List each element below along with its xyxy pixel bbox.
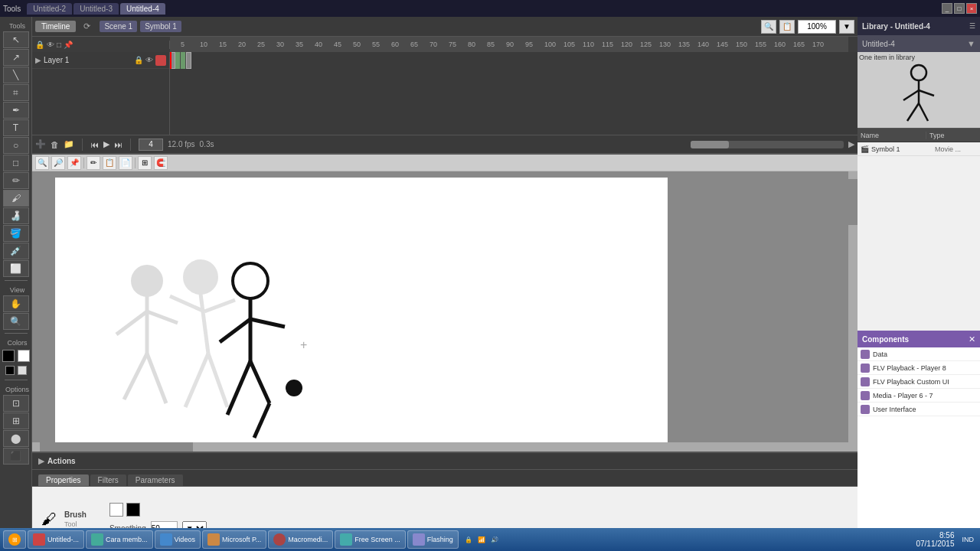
zoom-icon-btn2[interactable]: 📋 xyxy=(779,20,795,34)
brush-stroke-color[interactable] xyxy=(109,503,123,517)
taskbar-flashing[interactable]: Flashing xyxy=(407,530,459,549)
taskbar-macromedia[interactable]: Macromedi... xyxy=(268,530,333,549)
tab-properties[interactable]: Properties xyxy=(38,474,89,486)
layer-eye-icon[interactable]: 👁 xyxy=(145,56,153,64)
timeline-tab[interactable]: Timeline xyxy=(35,21,76,32)
brush-tool-icon[interactable]: 🖌 xyxy=(41,510,57,528)
frame-cell-4[interactable] xyxy=(186,52,191,69)
brush-fill-color[interactable] xyxy=(126,503,140,517)
stage-snap[interactable]: 🧲 xyxy=(154,156,168,170)
delete-layer-button[interactable]: 🗑 xyxy=(51,140,59,149)
eraser-tool[interactable]: ⬜ xyxy=(3,260,29,277)
hand-tool[interactable]: ✋ xyxy=(3,295,29,312)
layer-expand-icon[interactable]: ▶ xyxy=(35,56,41,64)
pin-icon[interactable]: 📌 xyxy=(64,41,73,49)
tab-parameters[interactable]: Parameters xyxy=(128,474,183,486)
lasso-tool[interactable]: ⌗ xyxy=(3,84,29,101)
add-layer-button[interactable]: ➕ xyxy=(35,139,46,149)
line-tool[interactable]: ╲ xyxy=(3,67,29,83)
library-dropdown[interactable]: Untitled-4 ▼ xyxy=(858,35,980,52)
start-button[interactable]: ⊞ xyxy=(3,530,26,549)
eye-icon[interactable]: 👁 xyxy=(47,41,54,49)
stroke-color[interactable] xyxy=(2,350,15,362)
systray-icon-2[interactable]: 📶 xyxy=(476,534,487,545)
eyedropper-tool[interactable]: 💉 xyxy=(3,243,29,259)
taskbar-microsoft[interactable]: Microsoft P... xyxy=(202,530,266,549)
refresh-icon[interactable]: ⟳ xyxy=(83,21,90,31)
frame-panel[interactable] xyxy=(170,52,848,135)
swap-colors-icon[interactable] xyxy=(18,366,27,375)
lib-dropdown-arrow[interactable]: ▼ xyxy=(967,39,975,48)
white-canvas: + xyxy=(55,178,668,452)
canvas-vscroll[interactable] xyxy=(848,171,858,452)
comp-item-flv8[interactable]: FLV Playback - Player 8 xyxy=(858,361,980,375)
options-btn-3[interactable]: ⬤ xyxy=(3,430,29,447)
add-folder-button[interactable]: 📁 xyxy=(64,139,74,149)
taskbar-untitled[interactable]: Untitled-... xyxy=(28,530,84,549)
systray-icon-1[interactable]: 🔒 xyxy=(463,534,474,545)
systray-icon-3[interactable]: 🔊 xyxy=(489,534,500,545)
tools-menu[interactable]: Tools xyxy=(3,5,21,13)
arrow-tool[interactable]: ↖ xyxy=(3,31,29,48)
brush-tool[interactable]: 🖌 xyxy=(3,190,29,207)
text-tool[interactable]: T xyxy=(3,119,29,136)
taskbar-free-screen[interactable]: Free Screen ... xyxy=(335,530,406,549)
fill-color[interactable] xyxy=(18,350,30,362)
actions-collapse-icon[interactable]: ▶ xyxy=(38,456,44,466)
outline-icon[interactable]: □ xyxy=(57,41,61,49)
lock-icon[interactable]: 🔒 xyxy=(35,41,44,49)
taskbar-cara-memb[interactable]: Cara memb... xyxy=(86,530,153,549)
stage-pin[interactable]: 📌 xyxy=(67,156,81,170)
taskbar-videos[interactable]: Videos xyxy=(155,530,201,549)
paint-bucket-tool[interactable]: 🪣 xyxy=(3,225,29,242)
stage-copy[interactable]: 📋 xyxy=(103,156,116,170)
frame-panel-scrollbar[interactable] xyxy=(848,52,858,135)
scroll-right-icon[interactable]: ▶ xyxy=(848,139,854,149)
close-button[interactable]: × xyxy=(966,3,977,14)
components-close-button[interactable]: ✕ xyxy=(969,334,975,344)
comp-item-ui[interactable]: User Interface xyxy=(858,403,980,416)
ink-bottle-tool[interactable]: 🍶 xyxy=(3,207,29,224)
stage-align[interactable]: ⊞ xyxy=(138,156,152,170)
zoom-dropdown[interactable]: ▼ xyxy=(839,20,854,34)
maximize-button[interactable]: □ xyxy=(954,3,965,14)
lib-menu-icon[interactable]: ☰ xyxy=(969,22,975,30)
frame-cell-3[interactable] xyxy=(181,52,186,69)
subselect-tool[interactable]: ↗ xyxy=(3,49,29,66)
prev-frame-button[interactable]: ⏮ xyxy=(90,140,99,149)
zoom-icon-btn[interactable]: 🔍 xyxy=(761,20,776,34)
comp-item-data[interactable]: Data xyxy=(858,347,980,361)
stage-zoom-out[interactable]: 🔎 xyxy=(51,156,65,170)
zoom-tool[interactable]: 🔍 xyxy=(3,313,29,330)
scene-breadcrumb[interactable]: Scene 1 xyxy=(100,21,137,32)
pen-tool[interactable]: ✒ xyxy=(3,102,29,119)
zoom-input[interactable]: 100% xyxy=(798,20,836,34)
pencil-tool[interactable]: ✏ xyxy=(3,172,29,189)
layer-row-1[interactable]: ▶ Layer 1 🔒 👁 xyxy=(32,52,169,69)
options-btn-1[interactable]: ⊡ xyxy=(3,395,29,412)
frame-number-input[interactable]: 4 xyxy=(139,139,163,151)
rect-tool[interactable]: □ xyxy=(3,155,29,171)
stage-paste[interactable]: 📄 xyxy=(119,156,132,170)
canvas-hscroll[interactable] xyxy=(32,442,848,452)
layer-lock-icon[interactable]: 🔒 xyxy=(134,56,143,64)
lib-item-symbol1[interactable]: 🎬 Symbol 1 Movie ... xyxy=(858,142,980,156)
comp-item-media[interactable]: Media - Player 6 - 7 xyxy=(858,389,980,403)
black-white-icon[interactable] xyxy=(5,366,15,375)
timeline-scrollbar[interactable] xyxy=(691,141,844,148)
tab-untitled3[interactable]: Untitled-3 xyxy=(74,3,119,15)
tab-untitled2[interactable]: Untitled-2 xyxy=(27,3,72,15)
tab-untitled4[interactable]: Untitled-4 xyxy=(120,3,165,15)
comp-item-flvcustom[interactable]: FLV Playback Custom UI xyxy=(858,375,980,389)
oval-tool[interactable]: ○ xyxy=(3,137,29,154)
frame-cell-2[interactable] xyxy=(175,52,181,69)
tab-filters[interactable]: Filters xyxy=(90,474,126,486)
next-frame-button[interactable]: ⏭ xyxy=(114,140,122,149)
stage-zoom-in[interactable]: 🔍 xyxy=(35,156,49,170)
minimize-button[interactable]: _ xyxy=(942,3,952,14)
options-btn-2[interactable]: ⊞ xyxy=(3,412,29,429)
stage-edit-symbol[interactable]: ✏ xyxy=(87,156,100,170)
options-btn-4[interactable]: ⬛ xyxy=(3,448,29,465)
symbol-breadcrumb[interactable]: Symbol 1 xyxy=(140,21,181,32)
play-button[interactable]: ▶ xyxy=(103,139,109,149)
